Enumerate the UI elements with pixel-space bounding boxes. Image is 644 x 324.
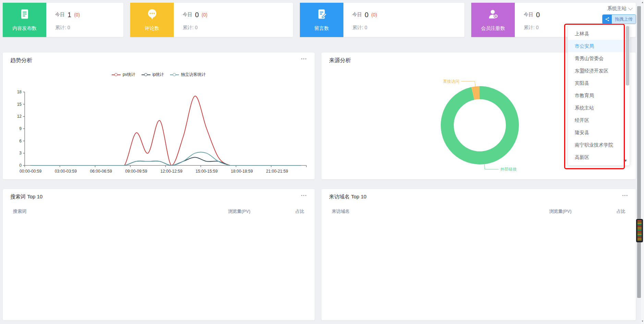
svg-text:12:00-12:59: 12:00-12:59 [160,169,182,174]
media-level-widget [636,219,643,242]
svg-text:15: 15 [17,102,22,107]
today-delta: (0) [371,12,377,18]
scroll-up-icon[interactable]: ▲ [641,1,644,3]
comments-tile: 评论数 [130,3,174,37]
site-dropdown-item[interactable]: 宾阳县 [568,77,630,89]
dropdown-scrollbar-thumb[interactable] [626,26,629,85]
stat-card-content-publish: 内容发布数 今日 1 (0) 累计: 0 [3,3,123,37]
dropdown-scroll-down-icon[interactable]: ▾ [624,158,627,163]
site-dropdown-item[interactable]: 市公安局 [568,40,630,52]
site-dropdown-item[interactable]: 高新区 [568,151,630,163]
column-header: 搜索词 [13,208,195,215]
site-dropdown-list: 上林县市公安局青秀山管委会东盟经济开发区宾阳县市教育局系统主站经开区隆安县南宁职… [568,27,630,163]
today-label: 今日 [524,12,533,18]
stat-tile-label: 会员注册数 [481,25,505,32]
total-value: 0 [195,25,198,30]
svg-text:09:00-09:59: 09:00-09:59 [125,169,147,174]
drag-upload-label: 拖拽上传 [612,15,636,24]
today-value: 0 [195,11,199,19]
domains-card-title: 来访域名 Top 10 [329,194,366,200]
column-header: 来访域名 [332,208,516,215]
site-dropdown-item[interactable]: 上林县 [568,27,630,40]
legend-item[interactable]: 独立访客统计 [170,72,206,78]
svg-text:03:00-03:59: 03:00-03:59 [55,169,77,174]
today-label: 今日 [183,12,192,18]
column-header: 浏览量(PV) [195,208,284,215]
site-switcher-label: 系统主站 [607,5,627,12]
today-label: 今日 [55,12,65,18]
total-value: 0 [68,25,70,30]
svg-text:6: 6 [19,139,22,143]
stat-body: 今日 0 (0) 累计: 0 [174,3,207,37]
column-header: 占比 [284,208,304,215]
legend-label: pv统计 [123,72,135,78]
domains-table-header: 来访域名 浏览量(PV) 占比 [321,208,636,215]
today-label: 今日 [352,12,362,18]
legend-item[interactable]: ip统计 [142,72,164,78]
line-circle-legend-icon [142,73,150,76]
search-card-title: 搜索词 Top 10 [10,194,42,200]
line-circle-legend-icon [170,73,179,76]
stat-body: 今日 1 (0) 累计: 0 [46,3,80,37]
today-delta: (0) [202,12,207,18]
browser-scrollbar-rail[interactable]: ▲ ▼ [641,0,644,324]
site-dropdown-item[interactable]: 南宁职业技术学院 [568,139,630,151]
svg-text:06:00-06:59: 06:00-06:59 [90,169,112,174]
drag-upload-button[interactable]: 拖拽上传 [602,14,636,24]
search-words-card: 搜索词 Top 10 ••• 搜索词 浏览量(PV) 占比 [3,189,315,320]
scroll-down-icon[interactable]: ▼ [641,320,644,322]
svg-text:9: 9 [19,126,22,131]
search-table-header: 搜索词 浏览量(PV) 占比 [3,208,315,215]
messages-tile: 留言数 [300,3,343,37]
legend-label: ip统计 [153,72,164,78]
svg-text:3: 3 [19,151,22,155]
stat-card-comments: 评论数 今日 0 (0) 累计: 0 [130,3,293,37]
today-value: 0 [365,11,368,19]
trend-line-chart: 036912151800:00-00:5903:00-03:5906:00-06… [5,83,312,177]
site-dropdown-item[interactable]: 东盟经济开发区 [568,65,630,77]
trend-analysis-card: 趋势分析 ••• pv统计ip统计独立访客统计 036912151800:00-… [3,53,315,179]
column-header: 占比 [605,208,625,215]
svg-text:15:00-15:59: 15:00-15:59 [196,169,218,174]
site-switcher[interactable]: 系统主站 [607,5,632,12]
svg-text:21:00-21:59: 21:00-21:59 [266,169,288,174]
total-label: 累计: [524,25,535,30]
site-dropdown-item[interactable]: 经开区 [568,114,630,126]
page-scrollbar-thumb[interactable] [637,6,641,298]
trend-legend: pv统计ip统计独立访客统计 [3,72,315,78]
more-menu-icon[interactable]: ••• [301,57,307,61]
more-menu-icon[interactable]: ••• [622,193,628,197]
site-dropdown-item[interactable]: 系统主站 [568,102,630,114]
chevron-down-icon [628,6,633,10]
site-dropdown-item[interactable]: 市教育局 [568,89,630,102]
member-registration-tile: 会员注册数 [471,3,515,37]
led-stripes [637,220,642,241]
content-publish-tile: 内容发布数 [3,3,46,37]
stat-cards-row: 内容发布数 今日 1 (0) 累计: 0 评论数 今日 0 (0) [3,3,636,37]
total-value: 0 [536,25,539,30]
stat-body: 今日 0 累计: 0 [515,3,543,37]
total-label: 累计: [183,25,194,30]
today-value: 1 [68,11,71,19]
share-nodes-icon [603,15,612,24]
stat-tile-label: 留言数 [315,25,329,32]
today-value: 0 [536,11,540,19]
site-dropdown-item[interactable]: 青秀山管委会 [568,52,630,65]
line-circle-legend-icon [112,73,121,76]
more-menu-icon[interactable]: ••• [301,193,307,197]
stat-tile-label: 内容发布数 [13,25,37,32]
legend-item[interactable]: pv统计 [112,72,135,78]
svg-text:12: 12 [17,114,22,119]
total-value: 0 [365,25,367,30]
svg-text:18: 18 [17,90,22,94]
stat-card-messages: 留言数 今日 0 (0) 累计: 0 [300,3,464,37]
total-label: 累计: [352,25,363,30]
document-lines-icon [19,8,31,21]
svg-text:00:00-00:59: 00:00-00:59 [20,169,41,174]
donut-slice-label: 外部链接 [500,167,517,172]
stat-tile-label: 评论数 [145,25,159,32]
site-dropdown-item[interactable]: 隆安县 [568,126,630,139]
stat-body: 今日 0 (0) 累计: 0 [343,3,377,37]
donut-slice-label: 直接访问 [443,79,459,84]
column-header: 浏览量(PV) [516,208,605,215]
